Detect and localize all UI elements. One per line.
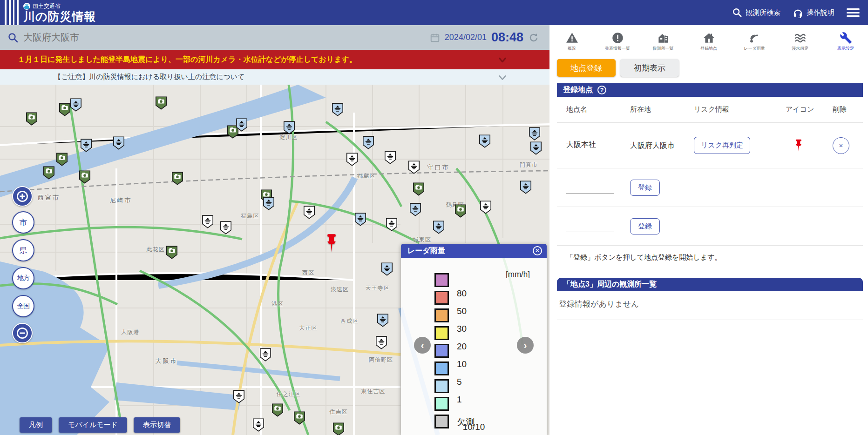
- help-button[interactable]: 操作説明: [793, 7, 834, 18]
- map-button-モバイルモード[interactable]: モバイルモード: [59, 417, 127, 433]
- current-date[interactable]: 2024/02/01: [445, 33, 487, 42]
- home-icon: [703, 32, 715, 44]
- legend-title-bar[interactable]: レーダ雨量 ✕: [401, 244, 547, 258]
- camera-marker[interactable]: [59, 103, 71, 116]
- map-area-label: 住吉区: [329, 408, 347, 416]
- place-search[interactable]: [0, 32, 430, 43]
- water-level-marker[interactable]: [304, 206, 315, 219]
- map-button-凡例[interactable]: 凡例: [20, 417, 52, 433]
- table-row: 登録: [557, 207, 863, 246]
- map-button-表示切替[interactable]: 表示切替: [134, 417, 180, 433]
- map-nation-button[interactable]: 全国: [12, 295, 34, 317]
- camera-marker[interactable]: [79, 170, 90, 184]
- water-level-marker[interactable]: [259, 348, 271, 361]
- water-level-marker[interactable]: [70, 98, 81, 112]
- station-search-button[interactable]: 観測所検索: [732, 7, 780, 18]
- point-name-input[interactable]: [566, 221, 614, 232]
- map-pin-icon[interactable]: [325, 234, 339, 254]
- water-level-marker[interactable]: [384, 151, 396, 164]
- map-area-label: 西宮市: [38, 194, 60, 202]
- station-icon: [657, 32, 670, 44]
- legend-unit: [mm/h]: [506, 270, 530, 279]
- waves-icon: [794, 32, 807, 44]
- water-level-marker[interactable]: [520, 181, 532, 194]
- register-button[interactable]: 登録: [630, 180, 660, 196]
- water-level-marker[interactable]: [375, 336, 387, 349]
- water-level-marker[interactable]: [332, 103, 343, 116]
- camera-marker[interactable]: [166, 246, 178, 259]
- panel-nav-登録地点[interactable]: 登録地点: [694, 32, 723, 52]
- search-input[interactable]: [23, 32, 303, 43]
- tab-初期表示[interactable]: 初期表示: [620, 59, 679, 77]
- risk-rejudge-button[interactable]: リスク再判定: [694, 137, 750, 154]
- water-level-marker[interactable]: [233, 390, 245, 403]
- water-level-marker[interactable]: [263, 197, 275, 210]
- point-name-input[interactable]: [566, 182, 614, 194]
- water-level-marker[interactable]: [381, 262, 393, 276]
- water-level-marker[interactable]: [113, 136, 124, 150]
- water-level-marker[interactable]: [236, 118, 248, 132]
- panel-tabs: 地点登録初期表示: [549, 52, 868, 77]
- camera-marker[interactable]: [454, 204, 466, 218]
- emergency-banner-text: １月１日に発生しました能登半島地震により、一部の河川カメラ・水位計などが停止して…: [18, 55, 357, 65]
- calendar-icon[interactable]: [430, 33, 440, 43]
- camera-marker[interactable]: [413, 182, 425, 196]
- water-level-marker[interactable]: [220, 221, 231, 234]
- panel-nav-概況[interactable]: 概況: [557, 32, 586, 52]
- water-level-marker[interactable]: [346, 153, 358, 166]
- water-level-marker[interactable]: [252, 418, 264, 432]
- camera-marker[interactable]: [155, 96, 167, 110]
- help-icon[interactable]: ?: [597, 86, 606, 94]
- map-zoom-in-button[interactable]: [12, 186, 33, 207]
- refresh-icon[interactable]: [528, 32, 539, 43]
- water-level-marker[interactable]: [480, 201, 492, 214]
- camera-marker[interactable]: [271, 403, 283, 417]
- camera-marker[interactable]: [172, 172, 183, 185]
- water-level-marker[interactable]: [377, 314, 389, 327]
- map-zoom-out-button[interactable]: [12, 323, 33, 343]
- panel-nav-浸水想定[interactable]: 浸水想定: [786, 32, 814, 52]
- water-level-marker[interactable]: [386, 218, 398, 231]
- map-area-label: 浪速区: [331, 285, 349, 293]
- water-level-marker[interactable]: [81, 139, 92, 152]
- water-level-marker[interactable]: [362, 136, 374, 149]
- camera-marker[interactable]: [332, 423, 344, 435]
- panel-nav-レーダ雨量[interactable]: レーダ雨量: [740, 32, 769, 52]
- map-city-button[interactable]: 市: [12, 211, 34, 234]
- water-level-marker[interactable]: [410, 203, 421, 216]
- chevron-down-icon[interactable]: [497, 55, 508, 65]
- delete-point-button[interactable]: ×: [833, 137, 849, 154]
- water-level-marker[interactable]: [355, 213, 366, 226]
- camera-marker[interactable]: [56, 153, 68, 166]
- legend-next-button[interactable]: ›: [517, 337, 534, 354]
- close-icon[interactable]: ✕: [533, 246, 542, 255]
- water-level-marker[interactable]: [408, 161, 420, 174]
- water-level-marker[interactable]: [530, 141, 542, 155]
- camera-marker[interactable]: [294, 411, 305, 425]
- legend-prev-button[interactable]: ‹: [414, 337, 431, 354]
- map-canvas[interactable]: 西宮市尼崎市淀川区都島区守口市門真市鶴見区城東区福島区此花区西区港区大正区浪速区…: [0, 85, 549, 435]
- current-time[interactable]: 08:48: [491, 30, 523, 45]
- water-level-marker[interactable]: [283, 121, 295, 134]
- camera-marker[interactable]: [43, 166, 55, 180]
- notice-banner[interactable]: 【ご注意】川の防災情報における取り扱い上の注意について: [0, 69, 549, 85]
- panel-nav-発表情報一覧[interactable]: 発表情報一覧: [603, 32, 632, 52]
- water-level-marker[interactable]: [433, 221, 444, 234]
- map-prefecture-button[interactable]: 県: [12, 239, 34, 261]
- water-level-marker[interactable]: [479, 135, 490, 148]
- panel-nav-観測所一覧[interactable]: 観測所一覧: [649, 32, 678, 52]
- camera-marker[interactable]: [26, 112, 38, 126]
- chevron-down-icon[interactable]: [497, 73, 508, 83]
- register-button[interactable]: 登録: [630, 218, 660, 234]
- register-hint-text: 「登録」ボタンを押して地点登録を開始します。: [557, 246, 863, 270]
- panel-nav-表示設定[interactable]: 表示設定: [831, 32, 860, 52]
- registered-points-header: 登録地点 ?: [557, 83, 863, 97]
- water-level-marker[interactable]: [529, 127, 541, 141]
- legend-swatch: [434, 291, 449, 305]
- map-region-button[interactable]: 地方: [12, 267, 34, 289]
- water-level-marker[interactable]: [202, 215, 214, 228]
- menu-icon[interactable]: [847, 8, 860, 17]
- tab-地点登録[interactable]: 地点登録: [557, 59, 616, 77]
- point-name-input[interactable]: [566, 140, 614, 151]
- legend-scale-label: 1: [457, 395, 485, 405]
